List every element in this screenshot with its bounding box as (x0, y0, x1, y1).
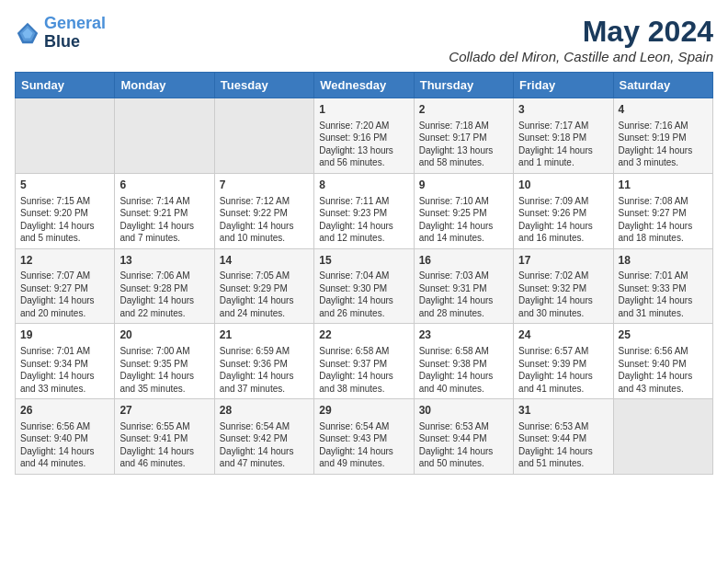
day-number: 31 (518, 403, 608, 419)
calendar-cell: 23Sunrise: 6:58 AM Sunset: 9:38 PM Dayli… (414, 324, 513, 399)
day-number: 19 (20, 327, 109, 343)
month-title: May 2024 (449, 15, 713, 49)
calendar-cell (16, 98, 115, 174)
day-number: 16 (419, 253, 508, 269)
calendar-cell: 10Sunrise: 7:09 AM Sunset: 9:26 PM Dayli… (514, 173, 613, 248)
cell-info: Sunrise: 6:56 AM Sunset: 9:40 PM Dayligh… (20, 420, 109, 470)
cell-info: Sunrise: 7:01 AM Sunset: 9:33 PM Dayligh… (619, 270, 708, 319)
week-row-4: 19Sunrise: 7:01 AM Sunset: 9:34 PM Dayli… (16, 324, 713, 399)
day-number: 23 (419, 327, 508, 343)
day-number: 17 (518, 253, 608, 269)
day-number: 21 (220, 327, 309, 343)
cell-info: Sunrise: 7:10 AM Sunset: 9:25 PM Dayligh… (419, 195, 508, 245)
cell-info: Sunrise: 7:18 AM Sunset: 9:17 PM Dayligh… (419, 120, 508, 169)
cell-info: Sunrise: 7:00 AM Sunset: 9:35 PM Dayligh… (119, 345, 209, 395)
calendar-cell: 4Sunrise: 7:16 AM Sunset: 9:19 PM Daylig… (613, 98, 712, 174)
week-row-5: 26Sunrise: 6:56 AM Sunset: 9:40 PM Dayli… (16, 399, 713, 475)
day-number: 24 (518, 327, 608, 343)
day-header-tuesday: Tuesday (214, 73, 313, 98)
day-header-wednesday: Wednesday (314, 73, 414, 98)
calendar-cell: 12Sunrise: 7:07 AM Sunset: 9:27 PM Dayli… (16, 248, 115, 324)
day-header-monday: Monday (115, 73, 214, 98)
calendar-cell: 16Sunrise: 7:03 AM Sunset: 9:31 PM Dayli… (414, 248, 513, 324)
calendar-cell (115, 98, 214, 174)
day-number: 8 (319, 178, 408, 193)
cell-info: Sunrise: 6:54 AM Sunset: 9:42 PM Dayligh… (220, 420, 309, 470)
cell-info: Sunrise: 6:58 AM Sunset: 9:37 PM Dayligh… (319, 345, 408, 395)
day-number: 12 (20, 253, 109, 269)
cell-info: Sunrise: 7:20 AM Sunset: 9:16 PM Dayligh… (319, 120, 408, 169)
calendar-cell: 14Sunrise: 7:05 AM Sunset: 9:29 PM Dayli… (214, 248, 313, 324)
cell-info: Sunrise: 6:58 AM Sunset: 9:38 PM Dayligh… (419, 345, 508, 395)
cell-info: Sunrise: 7:03 AM Sunset: 9:31 PM Dayligh… (419, 270, 508, 319)
day-number: 3 (518, 102, 608, 118)
calendar-cell: 13Sunrise: 7:06 AM Sunset: 9:28 PM Dayli… (115, 248, 214, 324)
day-header-sunday: Sunday (16, 73, 115, 98)
logo: General Blue (15, 15, 106, 52)
calendar-cell (214, 98, 313, 174)
day-number: 25 (619, 327, 708, 343)
day-header-saturday: Saturday (613, 73, 712, 98)
calendar-cell: 31Sunrise: 6:53 AM Sunset: 9:44 PM Dayli… (514, 399, 613, 475)
calendar-cell: 5Sunrise: 7:15 AM Sunset: 9:20 PM Daylig… (16, 173, 115, 248)
cell-info: Sunrise: 7:02 AM Sunset: 9:32 PM Dayligh… (518, 270, 608, 319)
calendar-cell: 8Sunrise: 7:11 AM Sunset: 9:23 PM Daylig… (314, 173, 414, 248)
calendar-cell: 22Sunrise: 6:58 AM Sunset: 9:37 PM Dayli… (314, 324, 414, 399)
week-row-3: 12Sunrise: 7:07 AM Sunset: 9:27 PM Dayli… (16, 248, 713, 324)
cell-info: Sunrise: 7:14 AM Sunset: 9:21 PM Dayligh… (119, 195, 209, 245)
calendar-cell: 17Sunrise: 7:02 AM Sunset: 9:32 PM Dayli… (514, 248, 613, 324)
day-number: 30 (419, 403, 508, 419)
cell-info: Sunrise: 6:55 AM Sunset: 9:41 PM Dayligh… (119, 420, 209, 470)
day-number: 15 (319, 253, 408, 269)
calendar-cell: 26Sunrise: 6:56 AM Sunset: 9:40 PM Dayli… (16, 399, 115, 475)
day-number: 29 (319, 403, 408, 419)
cell-info: Sunrise: 7:04 AM Sunset: 9:30 PM Dayligh… (319, 270, 408, 319)
day-number: 11 (619, 178, 708, 193)
cell-info: Sunrise: 7:15 AM Sunset: 9:20 PM Dayligh… (20, 195, 109, 245)
calendar-cell: 3Sunrise: 7:17 AM Sunset: 9:18 PM Daylig… (514, 98, 613, 174)
cell-info: Sunrise: 7:12 AM Sunset: 9:22 PM Dayligh… (220, 195, 309, 245)
calendar-cell: 25Sunrise: 6:56 AM Sunset: 9:40 PM Dayli… (613, 324, 712, 399)
calendar-cell: 21Sunrise: 6:59 AM Sunset: 9:36 PM Dayli… (214, 324, 313, 399)
calendar-cell: 29Sunrise: 6:54 AM Sunset: 9:43 PM Dayli… (314, 399, 414, 475)
calendar-cell: 19Sunrise: 7:01 AM Sunset: 9:34 PM Dayli… (16, 324, 115, 399)
cell-info: Sunrise: 7:11 AM Sunset: 9:23 PM Dayligh… (319, 195, 408, 245)
cell-info: Sunrise: 6:54 AM Sunset: 9:43 PM Dayligh… (319, 420, 408, 470)
day-number: 10 (518, 178, 608, 193)
calendar-cell: 7Sunrise: 7:12 AM Sunset: 9:22 PM Daylig… (214, 173, 313, 248)
cell-info: Sunrise: 6:59 AM Sunset: 9:36 PM Dayligh… (220, 345, 309, 395)
days-header-row: SundayMondayTuesdayWednesdayThursdayFrid… (16, 73, 713, 98)
day-number: 27 (119, 403, 209, 419)
cell-info: Sunrise: 7:06 AM Sunset: 9:28 PM Dayligh… (119, 270, 209, 319)
calendar-cell: 2Sunrise: 7:18 AM Sunset: 9:17 PM Daylig… (414, 98, 513, 174)
calendar-cell: 20Sunrise: 7:00 AM Sunset: 9:35 PM Dayli… (115, 324, 214, 399)
day-number: 4 (619, 102, 708, 118)
day-number: 22 (319, 327, 408, 343)
day-number: 18 (619, 253, 708, 269)
day-number: 7 (220, 178, 309, 193)
calendar-cell: 15Sunrise: 7:04 AM Sunset: 9:30 PM Dayli… (314, 248, 414, 324)
week-row-1: 1Sunrise: 7:20 AM Sunset: 9:16 PM Daylig… (16, 98, 713, 174)
calendar-cell: 27Sunrise: 6:55 AM Sunset: 9:41 PM Dayli… (115, 399, 214, 475)
cell-info: Sunrise: 6:53 AM Sunset: 9:44 PM Dayligh… (419, 420, 508, 470)
day-number: 1 (319, 102, 408, 118)
calendar-cell (613, 399, 712, 475)
calendar-cell: 24Sunrise: 6:57 AM Sunset: 9:39 PM Dayli… (514, 324, 613, 399)
cell-info: Sunrise: 7:01 AM Sunset: 9:34 PM Dayligh… (20, 345, 109, 395)
cell-info: Sunrise: 7:17 AM Sunset: 9:18 PM Dayligh… (518, 120, 608, 169)
title-block: May 2024 Collado del Miron, Castille and… (449, 15, 713, 64)
page-header: General Blue May 2024 Collado del Miron,… (15, 15, 713, 64)
cell-info: Sunrise: 6:56 AM Sunset: 9:40 PM Dayligh… (619, 345, 708, 395)
location-subtitle: Collado del Miron, Castille and Leon, Sp… (449, 49, 713, 64)
cell-info: Sunrise: 7:07 AM Sunset: 9:27 PM Dayligh… (20, 270, 109, 319)
calendar-cell: 28Sunrise: 6:54 AM Sunset: 9:42 PM Dayli… (214, 399, 313, 475)
day-number: 20 (119, 327, 209, 343)
calendar-cell: 1Sunrise: 7:20 AM Sunset: 9:16 PM Daylig… (314, 98, 414, 174)
day-header-friday: Friday (514, 73, 613, 98)
calendar-cell: 6Sunrise: 7:14 AM Sunset: 9:21 PM Daylig… (115, 173, 214, 248)
day-number: 9 (419, 178, 508, 193)
calendar-cell: 11Sunrise: 7:08 AM Sunset: 9:27 PM Dayli… (613, 173, 712, 248)
day-number: 13 (119, 253, 209, 269)
calendar-cell: 30Sunrise: 6:53 AM Sunset: 9:44 PM Dayli… (414, 399, 513, 475)
day-number: 6 (119, 178, 209, 193)
